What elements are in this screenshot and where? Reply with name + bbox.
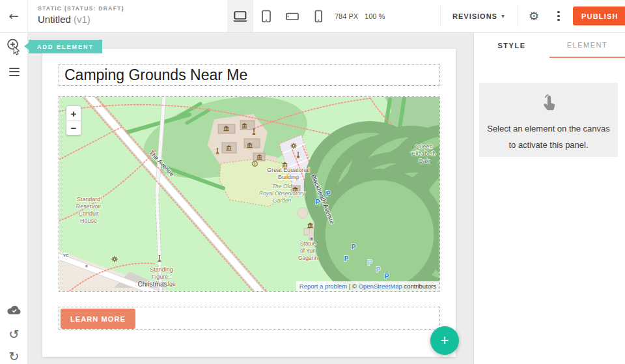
kebab-menu-icon[interactable] <box>552 0 565 32</box>
laptop-icon <box>232 10 248 23</box>
circle-plus-cursor-icon <box>7 38 22 56</box>
device-tablet-button[interactable] <box>253 0 279 32</box>
attribution-separator: | © <box>347 283 358 290</box>
panel-tabs: STYLE ELEMENT <box>474 33 625 58</box>
publish-button[interactable]: PUBLISH <box>573 7 625 25</box>
add-section-fab[interactable]: + <box>430 326 459 355</box>
parking-icon: P <box>352 244 356 251</box>
map-label-road-fragment: ve <box>63 252 69 258</box>
map-zoom-out-button[interactable]: − <box>66 120 81 135</box>
empty-state-line1: Select an element on the canvas <box>487 120 610 137</box>
heading-element[interactable]: Camping Grounds Near Me <box>59 64 440 86</box>
parking-icon: P <box>344 255 349 262</box>
svg-text:of Yuri: of Yuri <box>300 247 316 254</box>
button-row-element[interactable]: LEARN MORE <box>59 307 440 330</box>
svg-text:Elizabeth: Elizabeth <box>411 150 436 157</box>
svg-text:Standard: Standard <box>77 196 101 203</box>
tab-style[interactable]: STYLE <box>474 33 549 58</box>
properties-panel: STYLE ELEMENT Select an element on the c… <box>473 33 625 364</box>
chevron-down-icon: ▾ <box>501 12 505 20</box>
viewport-width-value: 784 PX <box>335 12 358 20</box>
parking-icon: P <box>385 273 389 280</box>
status-label: STATIC (STATUS: DRAFT) <box>38 5 124 12</box>
page-title: Untitled <box>38 14 71 25</box>
add-element-tooltip: ADD ELEMENT <box>29 40 102 53</box>
report-problem-link[interactable]: Report a problem <box>299 283 347 290</box>
page-sections-icon[interactable] <box>0 60 28 83</box>
attribution-suffix: contributors <box>402 283 436 290</box>
openstreetmap-link[interactable]: OpenStreetMap <box>359 283 402 290</box>
canvas-page: Camping Grounds Near Me <box>42 49 456 357</box>
svg-text:Figure :: Figure : <box>152 273 172 280</box>
map-label-gagarin: Statue of Yuri Gagarin <box>298 240 318 261</box>
phone-portrait-icon <box>313 10 324 23</box>
svg-text:Queen: Queen <box>415 143 432 150</box>
parking-icon: P <box>316 199 320 206</box>
phone-landscape-icon <box>285 10 299 23</box>
page-title-block: STATIC (STATUS: DRAFT) Untitled (v1) <box>38 5 124 25</box>
svg-text:Statue: Statue <box>300 240 316 247</box>
top-toolbar: ← STATIC (STATUS: DRAFT) Untitled (v1) <box>0 0 625 33</box>
revisions-dropdown[interactable]: REVISIONS ▾ <box>440 0 518 32</box>
parking-icon: P <box>326 190 331 197</box>
parking-icon: P <box>376 266 381 273</box>
page-version: (v1) <box>74 14 90 25</box>
device-desktop-button[interactable] <box>227 0 253 32</box>
tablet-icon <box>260 10 273 23</box>
svg-text:Royal Observatory: Royal Observatory <box>259 190 305 197</box>
device-preview-switcher <box>227 0 331 32</box>
back-icon[interactable]: ← <box>0 0 28 32</box>
map-graphic: P P P P P P P The Avenue Blackheath Aven… <box>59 97 439 291</box>
svg-text:Conduit: Conduit <box>78 210 99 217</box>
map-zoom-in-button[interactable]: + <box>66 106 81 120</box>
gear-icon[interactable]: ⚙ <box>525 0 543 32</box>
empty-state-line2: to activate this panel. <box>487 137 610 153</box>
revisions-label: REVISIONS <box>452 12 497 20</box>
device-mobile-portrait-button[interactable] <box>305 0 331 32</box>
parking-icon: P <box>368 259 372 266</box>
svg-text:Oak: Oak <box>419 158 430 164</box>
svg-text:Garden: Garden <box>273 197 292 204</box>
map-label-christmas: Christmas <box>137 281 167 288</box>
svg-text:Standing: Standing <box>150 266 173 273</box>
svg-text:Reservoir: Reservoir <box>76 203 102 210</box>
svg-text:Gagarin: Gagarin <box>298 255 318 261</box>
left-toolbar-rail: ↺ ↻ <box>0 33 28 364</box>
zoom-level-value: 100 % <box>365 12 385 20</box>
map-zoom-control: + − <box>66 105 81 135</box>
learn-more-button[interactable]: LEARN MORE <box>61 309 135 329</box>
map-element[interactable]: P P P P P P P The Avenue Blackheath Aven… <box>59 96 440 292</box>
device-mobile-landscape-button[interactable] <box>279 0 305 32</box>
redo-icon[interactable]: ↻ <box>9 350 20 363</box>
svg-text:Building: Building <box>278 174 299 180</box>
tap-hand-icon <box>540 93 557 115</box>
saved-cloud-icon <box>7 305 22 318</box>
tab-element[interactable]: ELEMENT <box>549 33 625 58</box>
panel-empty-state: Select an element on the canvas to activ… <box>479 83 618 157</box>
svg-text:Great Equatorial: Great Equatorial <box>267 167 310 173</box>
map-attribution: Report a problem | © OpenStreetMap contr… <box>296 281 439 291</box>
toolbar-divider <box>518 5 518 27</box>
svg-text:The Old: The Old <box>272 183 292 189</box>
viewport-info: 784 PX 100 % <box>335 0 385 32</box>
undo-icon[interactable]: ↺ <box>9 328 20 341</box>
svg-text:House: House <box>80 217 97 224</box>
